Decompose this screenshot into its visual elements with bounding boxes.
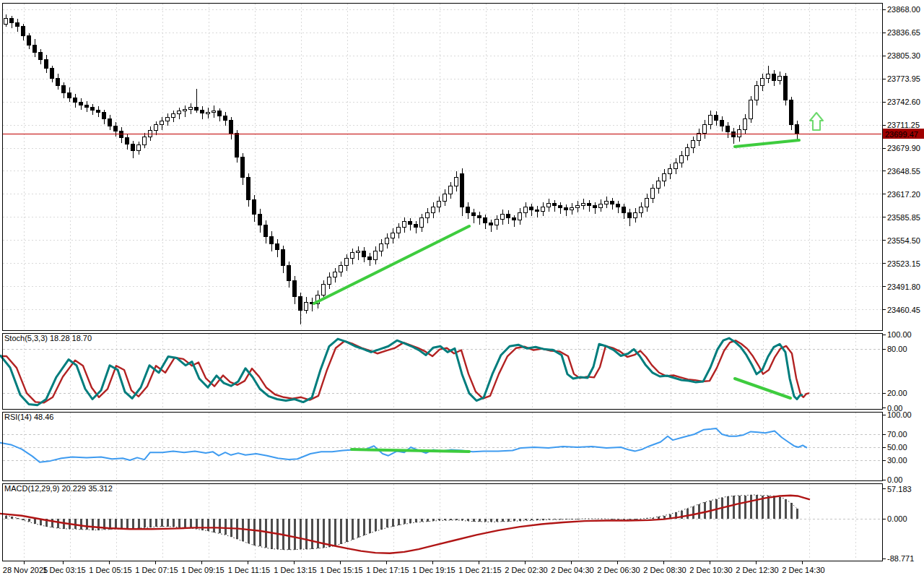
rsi-axis-label: 30.00 <box>887 456 907 465</box>
candle <box>738 129 741 137</box>
price-axis-label: 23868.00 <box>887 5 920 14</box>
candle <box>33 45 37 52</box>
candle <box>305 303 308 310</box>
rsi-panel[interactable] <box>0 428 807 462</box>
candle <box>218 111 222 116</box>
candle <box>97 111 100 113</box>
candle <box>605 201 609 204</box>
candle <box>351 253 354 259</box>
rsi-indicator-label: RSI(14) 48.46 <box>4 413 53 421</box>
candle <box>668 168 672 173</box>
candle <box>628 213 632 218</box>
candle <box>466 207 470 212</box>
candle <box>518 213 522 220</box>
time-axis-label: 2 Dec 02:30 <box>505 566 547 574</box>
candle <box>443 194 447 201</box>
time-axis-label: 28 Nov 2025 <box>3 566 48 574</box>
candle <box>362 251 366 257</box>
candle <box>10 19 14 23</box>
candle <box>235 133 239 157</box>
candle <box>513 218 516 220</box>
candle <box>559 205 562 207</box>
candle <box>397 228 401 233</box>
candle <box>645 198 649 207</box>
candle <box>778 76 782 80</box>
buy-arrow-icon[interactable] <box>810 113 823 130</box>
candle <box>495 220 499 225</box>
candle <box>253 199 256 214</box>
candle <box>755 85 759 100</box>
candle <box>137 145 141 151</box>
candle <box>640 207 643 212</box>
candle <box>489 223 493 225</box>
candle <box>212 111 216 113</box>
price-panel[interactable] <box>4 14 799 324</box>
time-axis-label: 1 Dec 09:15 <box>181 566 224 574</box>
candle <box>651 189 655 198</box>
candle <box>334 272 337 277</box>
candle <box>166 117 170 121</box>
candle <box>357 251 360 253</box>
price-axis-label: 23773.95 <box>887 74 920 83</box>
time-axis-label: 2 Dec 10:30 <box>689 566 732 574</box>
time-axis-label: 2 Dec 14:30 <box>782 566 824 574</box>
candle <box>403 222 406 228</box>
candle <box>726 126 730 131</box>
candle <box>22 27 25 36</box>
candle <box>541 207 545 211</box>
candle <box>270 236 274 243</box>
candle <box>622 207 626 212</box>
panel-border <box>2 412 882 480</box>
time-axis-label: 1 Dec 07:15 <box>135 566 178 574</box>
candle <box>131 144 135 151</box>
candle <box>593 205 597 207</box>
price-axis-label: 23648.55 <box>887 167 920 176</box>
candle <box>437 201 441 207</box>
candle <box>715 115 718 120</box>
macd-panel[interactable] <box>0 495 810 553</box>
candle <box>345 259 349 266</box>
candle <box>553 203 557 205</box>
rsi-axis-label: 70.00 <box>887 430 907 439</box>
candle <box>339 266 343 272</box>
candle <box>39 52 43 59</box>
macd-main-line <box>6 495 797 550</box>
time-axis-label: 1 Dec 21:15 <box>458 566 501 574</box>
candle <box>472 213 476 216</box>
time-axis-label: 2 Dec 08:30 <box>643 566 686 574</box>
candle <box>299 297 302 310</box>
stochastic-panel[interactable] <box>0 338 809 405</box>
candle <box>565 207 568 210</box>
candle <box>62 85 66 92</box>
candle <box>120 131 123 137</box>
candle <box>449 186 453 194</box>
candle <box>91 108 95 111</box>
candle <box>709 115 712 124</box>
candle <box>796 124 799 134</box>
grid-lines <box>3 4 881 560</box>
candle <box>68 92 71 98</box>
candle <box>264 225 268 236</box>
candle <box>195 108 199 111</box>
candle <box>501 215 505 220</box>
stoch-axis-label: 80.00 <box>887 345 907 353</box>
time-axis-label: 1 Dec 13:15 <box>274 566 316 574</box>
candle <box>74 98 77 103</box>
candle <box>178 111 181 114</box>
candle <box>692 141 695 148</box>
candle <box>56 78 60 85</box>
candle <box>530 207 533 210</box>
candle <box>680 155 684 163</box>
price-axis-label: 23523.15 <box>887 259 920 268</box>
price-trendline[interactable] <box>735 140 799 147</box>
time-axis-label: 1 Dec 05:15 <box>89 566 131 574</box>
candle <box>455 178 458 186</box>
price-axis-label: 23460.45 <box>887 306 920 314</box>
candle <box>732 131 736 137</box>
chart-annotations[interactable] <box>3 113 881 452</box>
candle <box>85 105 89 108</box>
candle <box>461 174 464 207</box>
candle <box>391 233 395 238</box>
candle <box>744 118 747 129</box>
price-axis-label: 23491.80 <box>887 282 920 291</box>
